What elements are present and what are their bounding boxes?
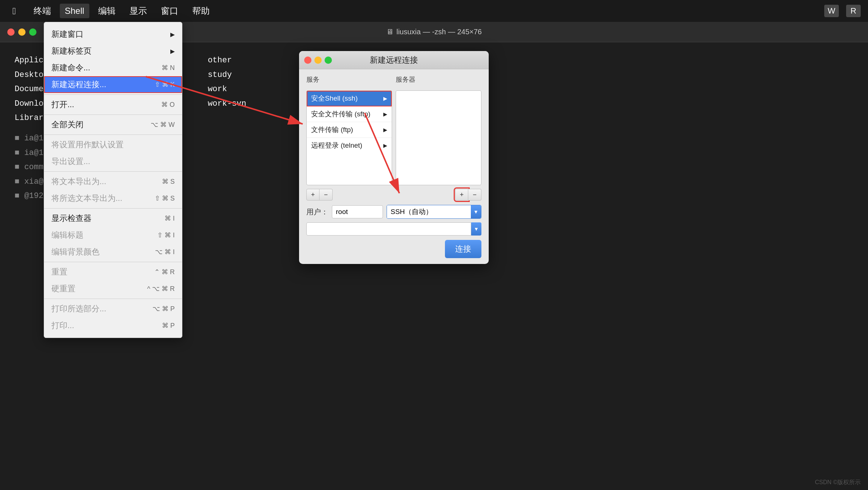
menu-item-label: 硬重置 bbox=[51, 283, 75, 294]
dialog-title: 新建远程连接 bbox=[370, 55, 418, 66]
connect-button[interactable]: 连接 bbox=[445, 240, 481, 258]
menu-item-print-selection: 打印所选部分... ⌥ ⌘ P bbox=[44, 300, 182, 317]
service-item-ftp[interactable]: 文件传输 (ftp) ▶ bbox=[307, 122, 392, 138]
dialog-close-button[interactable] bbox=[304, 57, 311, 64]
auth-field-input[interactable] bbox=[306, 222, 471, 236]
username-input[interactable] bbox=[332, 205, 383, 218]
menu-item-export-settings: 导出设置... bbox=[44, 153, 182, 170]
service-item-telnet[interactable]: 远程登录 (telnet) ▶ bbox=[307, 138, 392, 153]
terminal-item: work-svn bbox=[208, 97, 247, 111]
service-list: 安全Shell (ssh) ▶ 安全文件传输 (sftp) ▶ 文件传输 (ft… bbox=[306, 90, 392, 185]
menubar-edit[interactable]: 编辑 bbox=[93, 3, 121, 19]
maximize-button[interactable] bbox=[29, 28, 36, 36]
menu-item-label: 新建远程连接... bbox=[51, 79, 106, 90]
menu-item-new-command[interactable]: 新建命令... ⌘ N bbox=[44, 59, 182, 76]
terminal-right-col: other study work work-svn bbox=[208, 53, 247, 203]
menu-shortcut: ⌥ ⌘ I bbox=[155, 248, 175, 256]
menu-shortcut: ⌘ I bbox=[164, 214, 175, 222]
menubar-view[interactable]: 显示 bbox=[124, 3, 152, 19]
menu-item-print: 打印... ⌘ P bbox=[44, 317, 182, 334]
menu-item-label: 编辑标题 bbox=[51, 230, 84, 241]
close-button[interactable] bbox=[7, 28, 15, 36]
menu-item-label: 编辑背景颜色 bbox=[51, 246, 100, 257]
menu-shortcut: ⌘ O bbox=[161, 101, 175, 109]
menu-shortcut: ⌘ S bbox=[162, 178, 175, 186]
menu-item-close-all[interactable]: 全部关闭 ⌥ ⌘ W bbox=[44, 116, 182, 133]
menu-section-4: 将设置用作默认设置 导出设置... bbox=[44, 135, 182, 172]
menu-shortcut: ⇧ ⌘ S bbox=[155, 194, 175, 202]
menubar:  终端 Shell 编辑 显示 窗口 帮助 W R bbox=[0, 0, 868, 22]
minimize-button[interactable] bbox=[18, 28, 26, 36]
auth-method-dropdown[interactable]: ▼ bbox=[471, 205, 481, 218]
apple-menu[interactable]:  bbox=[7, 3, 21, 19]
service-item-ssh[interactable]: 安全Shell (ssh) ▶ bbox=[307, 91, 392, 106]
menu-shortcut: ^ ⌥ ⌘ R bbox=[147, 285, 175, 293]
menu-item-export-selected: 将所选文本导出为... ⇧ ⌘ S bbox=[44, 190, 182, 207]
dialog-user-row: 用户： SSH（自动） ▼ bbox=[306, 205, 481, 219]
auth-field-dropdown[interactable]: ▼ bbox=[471, 222, 481, 236]
menu-shortcut: ⌃ ⌘ R bbox=[154, 268, 175, 276]
terminal-item: work bbox=[208, 82, 247, 97]
dialog-traffic-lights bbox=[304, 57, 332, 64]
menu-item-hard-reset: 硬重置 ^ ⌥ ⌘ R bbox=[44, 280, 182, 297]
remote-connection-dialog: 新建远程连接 服务 服务器 安全Shell (ssh) ▶ 安全文件传输 (sf… bbox=[299, 51, 489, 264]
dialog-maximize-button[interactable] bbox=[325, 57, 332, 64]
submenu-arrow-icon: ▶ bbox=[383, 127, 387, 133]
terminal-item: study bbox=[208, 68, 247, 82]
menu-item-edit-bg: 编辑背景颜色 ⌥ ⌘ I bbox=[44, 244, 182, 260]
menu-shortcut: ⌥ ⌘ W bbox=[151, 121, 175, 129]
server-panel bbox=[396, 90, 481, 185]
menu-item-edit-title: 编辑标题 ⇧ ⌘ I bbox=[44, 227, 182, 244]
menubar-terminal[interactable]: 终端 bbox=[28, 3, 56, 19]
menu-section-7: 重置 ⌃ ⌘ R 硬重置 ^ ⌥ ⌘ R bbox=[44, 262, 182, 299]
service-item-label: 远程登录 (telnet) bbox=[311, 141, 362, 150]
user-label: 用户： bbox=[306, 207, 328, 217]
auth-method-display: SSH（自动） bbox=[387, 205, 471, 218]
menu-shortcut: ⇧ ⌘ I bbox=[157, 231, 175, 239]
menu-section-1: 新建窗口 ▶ 新建标签页 ▶ 新建命令... ⌘ N 新建远程连接... ⇧ ⌘… bbox=[44, 24, 182, 95]
menu-item-label: 新建窗口 bbox=[51, 29, 84, 40]
service-btn-group: + − bbox=[306, 189, 333, 201]
menu-section-8: 打印所选部分... ⌥ ⌘ P 打印... ⌘ P bbox=[44, 299, 182, 335]
submenu-arrow-icon: ▶ bbox=[383, 111, 387, 117]
service-item-sftp[interactable]: 安全文件传输 (sftp) ▶ bbox=[307, 106, 392, 122]
menu-item-inspector[interactable]: 显示检查器 ⌘ I bbox=[44, 210, 182, 227]
service-item-label: 文件传输 (ftp) bbox=[311, 125, 353, 135]
submenu-arrow-icon: ▶ bbox=[170, 31, 175, 38]
menubar-help[interactable]: 帮助 bbox=[187, 3, 215, 19]
service-item-label: 安全文件传输 (sftp) bbox=[311, 109, 371, 119]
menu-item-new-remote[interactable]: 新建远程连接... ⇧ ⌘ K bbox=[44, 76, 182, 93]
remove-service-button[interactable]: − bbox=[319, 189, 333, 201]
dialog-buttons-row: + − + − bbox=[306, 189, 481, 201]
submenu-arrow-icon: ▶ bbox=[383, 96, 387, 101]
menu-item-label: 将所选文本导出为... bbox=[51, 193, 122, 204]
menu-shortcut: ⇧ ⌘ K bbox=[155, 81, 175, 89]
menubar-shell[interactable]: Shell bbox=[60, 4, 89, 18]
remove-server-button[interactable]: − bbox=[468, 189, 481, 201]
menu-item-label: 将文本导出为... bbox=[51, 176, 106, 187]
menubar-icon-r[interactable]: R bbox=[846, 5, 861, 17]
dialog-auth-row: ▼ bbox=[306, 222, 481, 236]
menu-shortcut: ⌘ P bbox=[162, 322, 175, 330]
menu-section-6: 显示检查器 ⌘ I 编辑标题 ⇧ ⌘ I 编辑背景颜色 ⌥ ⌘ I bbox=[44, 209, 182, 262]
menubar-icon-w[interactable]: W bbox=[824, 5, 839, 17]
menu-item-label: 显示检查器 bbox=[51, 213, 92, 224]
menu-section-3: 全部关闭 ⌥ ⌘ W bbox=[44, 115, 182, 135]
add-service-button[interactable]: + bbox=[306, 189, 319, 201]
menubar-window[interactable]: 窗口 bbox=[156, 3, 183, 19]
menu-shortcut: ⌥ ⌘ P bbox=[152, 305, 175, 313]
traffic-lights bbox=[7, 28, 36, 36]
watermark: CSDN ©版权所示 bbox=[815, 479, 861, 486]
menu-item-open[interactable]: 打开... ⌘ O bbox=[44, 96, 182, 113]
menubar-right-icons: W R bbox=[824, 5, 861, 17]
menu-item-new-tab[interactable]: 新建标签页 ▶ bbox=[44, 43, 182, 59]
menu-item-new-window[interactable]: 新建窗口 ▶ bbox=[44, 26, 182, 43]
menu-item-label: 打印所选部分... bbox=[51, 303, 106, 314]
menu-item-label: 全部关闭 bbox=[51, 119, 84, 130]
menu-section-5: 将文本导出为... ⌘ S 将所选文本导出为... ⇧ ⌘ S bbox=[44, 172, 182, 209]
add-server-button[interactable]: + bbox=[455, 189, 468, 201]
server-btn-group: + − bbox=[455, 189, 481, 201]
dialog-minimize-button[interactable] bbox=[314, 57, 322, 64]
terminal-title: 🖥 liusuxia — -zsh — 245×76 bbox=[386, 28, 482, 36]
menu-item-label: 导出设置... bbox=[51, 156, 90, 167]
